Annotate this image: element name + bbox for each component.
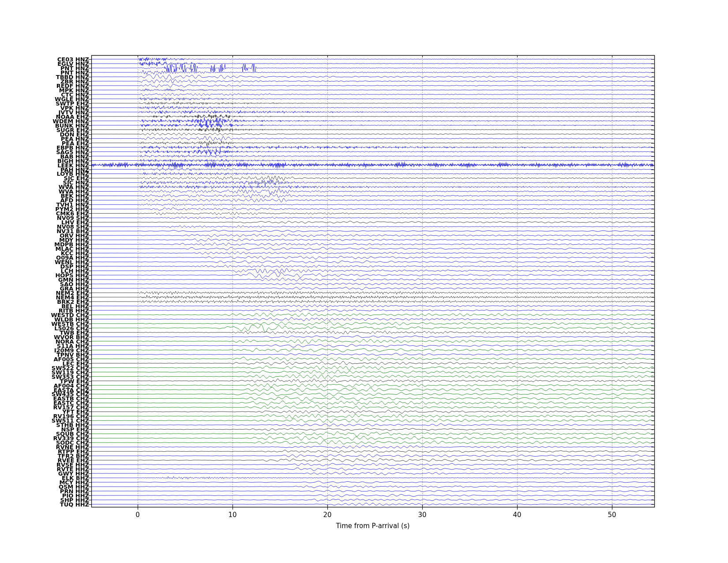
x-tick-label: 10 bbox=[228, 511, 236, 519]
station-label: TUQ HHZ bbox=[60, 502, 89, 507]
x-tick-label: 0 bbox=[135, 511, 140, 519]
x-tick-label: 40 bbox=[513, 511, 521, 519]
x-tick-label: 50 bbox=[608, 511, 616, 519]
x-axis-label: Time from P-arrival (s) bbox=[336, 522, 409, 530]
record-section-figure: CE03 HNZEGLV HNZPNT HNZPNT HNZTBBD HNZZB… bbox=[0, 0, 728, 563]
x-tick-label: 30 bbox=[418, 511, 426, 519]
seismogram-canvas bbox=[0, 0, 728, 563]
x-tick-label: 20 bbox=[323, 511, 331, 519]
